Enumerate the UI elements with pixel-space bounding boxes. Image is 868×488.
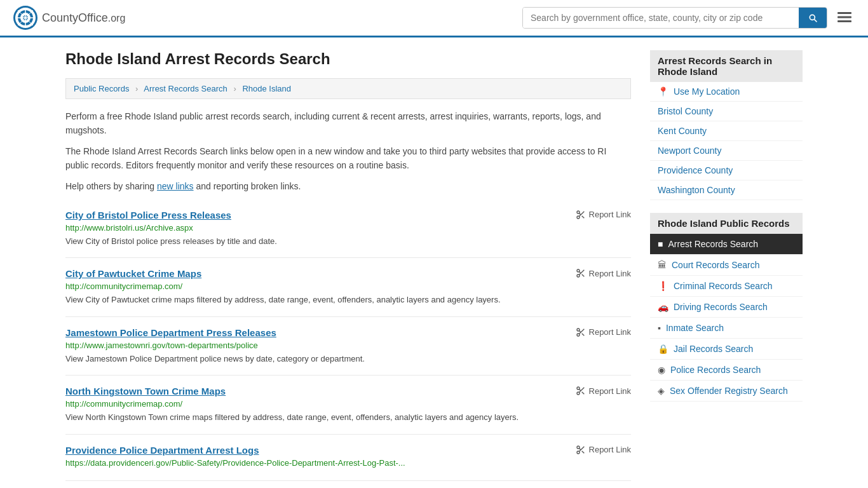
- svg-point-13: [577, 216, 580, 219]
- kent-county-link[interactable]: Kent County: [658, 126, 707, 136]
- criminal-records-label: Criminal Records Search: [674, 281, 773, 291]
- content-area: Rhode Island Arrest Records Search Publi…: [65, 50, 631, 481]
- svg-line-15: [581, 216, 584, 219]
- report-link[interactable]: Report Link: [576, 327, 631, 337]
- sidebar-nav-criminal-records[interactable]: ❗ Criminal Records Search: [650, 276, 803, 297]
- breadcrumb-rhode-island[interactable]: Rhode Island: [242, 84, 291, 93]
- result-title-row: City of Bristol Police Press Releases Re…: [65, 210, 631, 220]
- inmate-search-icon: ▪: [658, 323, 661, 333]
- search-button[interactable]: [799, 8, 827, 28]
- sidebar-county-bristol[interactable]: Bristol County: [650, 102, 803, 121]
- result-url: http://communitycrimemap.com/: [65, 399, 631, 409]
- sidebar-nav-police-records[interactable]: ◉ Police Records Search: [650, 360, 803, 381]
- results-list: City of Bristol Police Press Releases Re…: [65, 200, 631, 481]
- sidebar-county-newport[interactable]: Newport County: [650, 141, 803, 161]
- report-link[interactable]: Report Link: [576, 210, 631, 220]
- logo-icon: [13, 5, 38, 30]
- site-header: CountyOffice.org: [0, 0, 868, 37]
- sidebar-county-providence[interactable]: Providence County: [650, 161, 803, 180]
- svg-point-12: [577, 211, 580, 214]
- result-item: Providence Police Department Arrest Logs…: [65, 435, 631, 481]
- description-1: Perform a free Rhode Island public arres…: [65, 109, 631, 138]
- result-title[interactable]: City of Bristol Police Press Releases: [65, 210, 231, 220]
- report-link[interactable]: Report Link: [576, 386, 631, 396]
- result-url: http://www.bristolri.us/Archive.aspx: [65, 223, 631, 233]
- police-records-label: Police Records Search: [670, 365, 761, 375]
- logo[interactable]: CountyOffice.org: [13, 5, 125, 30]
- svg-rect-9: [837, 12, 851, 14]
- breadcrumb-sep-1: ›: [135, 84, 138, 93]
- sidebar-ri-title: Rhode Island Public Records: [650, 213, 803, 234]
- driving-records-label: Driving Records Search: [674, 302, 768, 312]
- result-title[interactable]: North Kingstown Town Crime Maps: [65, 386, 226, 396]
- svg-point-17: [577, 269, 580, 272]
- sidebar-nav-arrest-records[interactable]: ■ Arrest Records Search: [650, 234, 803, 255]
- result-desc: View North Kingstown Town crime maps fil…: [65, 411, 631, 424]
- report-link[interactable]: Report Link: [576, 445, 631, 455]
- description-3: Help others by sharing new links and rep…: [65, 179, 631, 193]
- svg-point-32: [577, 446, 580, 449]
- sidebar-nav-court-records[interactable]: 🏛 Court Records Search: [650, 255, 803, 276]
- use-my-location-link[interactable]: Use My Location: [674, 86, 740, 97]
- sidebar-nav-driving-records[interactable]: 🚗 Driving Records Search: [650, 297, 803, 318]
- breadcrumb: Public Records › Arrest Records Search ›…: [65, 78, 631, 99]
- scissors-icon: [576, 445, 586, 455]
- result-item: City of Bristol Police Press Releases Re…: [65, 200, 631, 259]
- washington-county-link[interactable]: Washington County: [658, 185, 735, 195]
- jail-records-icon: 🔒: [658, 344, 668, 354]
- scissors-icon: [576, 327, 586, 337]
- breadcrumb-public-records[interactable]: Public Records: [74, 84, 129, 93]
- description-2: The Rhode Island Arrest Records Search l…: [65, 144, 631, 173]
- svg-line-16: [579, 213, 581, 215]
- svg-line-26: [579, 330, 581, 332]
- result-title[interactable]: Providence Police Department Arrest Logs: [65, 445, 259, 456]
- search-bar: [522, 7, 827, 29]
- svg-line-31: [579, 390, 581, 391]
- logo-text: CountyOffice.org: [42, 11, 125, 25]
- result-item: Jamestown Police Department Press Releas…: [65, 317, 631, 376]
- result-title[interactable]: Jamestown Police Department Press Releas…: [65, 327, 276, 338]
- main-container: Rhode Island Arrest Records Search Publi…: [53, 37, 815, 488]
- sidebar-nav-sex-offender[interactable]: ◈ Sex Offender Registry Search: [650, 381, 803, 402]
- new-links-link[interactable]: new links: [157, 181, 194, 191]
- svg-point-22: [577, 329, 580, 331]
- providence-county-link[interactable]: Providence County: [658, 165, 733, 175]
- sex-offender-icon: ◈: [658, 386, 665, 396]
- report-link[interactable]: Report Link: [576, 268, 631, 278]
- newport-county-link[interactable]: Newport County: [658, 146, 721, 156]
- scissors-icon: [576, 268, 586, 278]
- sidebar-nav-section: ■ Arrest Records Search 🏛 Court Records …: [650, 234, 803, 402]
- result-item: North Kingstown Town Crime Maps Report L…: [65, 376, 631, 435]
- breadcrumb-arrest-records[interactable]: Arrest Records Search: [144, 84, 227, 93]
- result-desc: View Jamestown Police Department police …: [65, 353, 631, 365]
- result-title[interactable]: City of Pawtucket Crime Maps: [65, 268, 201, 279]
- result-url: http://www.jamestownri.gov/town-departme…: [65, 341, 631, 350]
- search-input[interactable]: [523, 8, 799, 28]
- sidebar-county-washington[interactable]: Washington County: [650, 180, 803, 200]
- result-item: City of Pawtucket Crime Maps Report Link…: [65, 258, 631, 317]
- result-title-row: Providence Police Department Arrest Logs…: [65, 445, 631, 456]
- header-right: [522, 6, 855, 30]
- location-icon: 📍: [658, 86, 668, 97]
- result-url: https://data.providenceri.gov/Public-Saf…: [65, 458, 631, 468]
- scissors-icon: [576, 210, 586, 220]
- svg-point-27: [577, 387, 580, 390]
- svg-point-18: [577, 274, 580, 277]
- arrest-records-label: Arrest Records Search: [668, 239, 758, 249]
- sidebar-nav-inmate-search[interactable]: ▪ Inmate Search: [650, 318, 803, 339]
- menu-button[interactable]: [834, 6, 855, 30]
- hamburger-icon: [836, 9, 853, 25]
- bristol-county-link[interactable]: Bristol County: [658, 106, 713, 116]
- result-title-row: City of Pawtucket Crime Maps Report Link: [65, 268, 631, 279]
- scissors-icon: [576, 386, 586, 396]
- result-url: http://communitycrimemap.com/: [65, 281, 631, 291]
- sex-offender-label: Sex Offender Registry Search: [670, 386, 788, 396]
- sidebar: Arrest Records Search in Rhode Island 📍 …: [650, 50, 803, 481]
- result-title-row: Jamestown Police Department Press Releas…: [65, 327, 631, 338]
- page-title: Rhode Island Arrest Records Search: [65, 50, 631, 68]
- svg-line-21: [579, 272, 581, 274]
- sidebar-county-kent[interactable]: Kent County: [650, 121, 803, 141]
- sidebar-nav-jail-records[interactable]: 🔒 Jail Records Search: [650, 339, 803, 360]
- search-icon: [808, 13, 818, 23]
- use-my-location[interactable]: 📍 Use My Location: [650, 82, 803, 102]
